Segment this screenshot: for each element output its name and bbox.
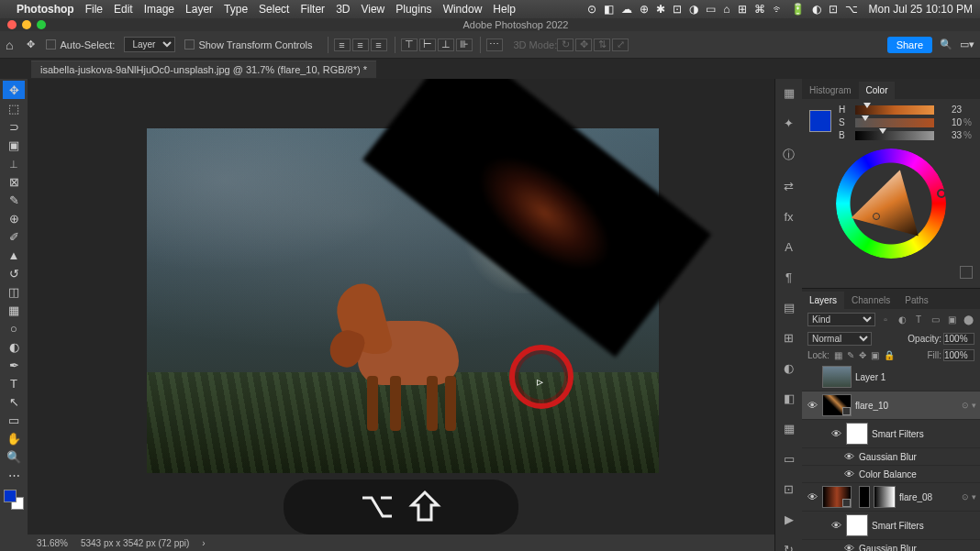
auto-select-dropdown[interactable]: Layer [124, 37, 175, 52]
home-icon[interactable]: ⌂ [6, 38, 13, 52]
history-brush-tool[interactable]: ↺ [3, 264, 25, 282]
blend-mode-dropdown[interactable]: Normal [807, 332, 872, 346]
document-tab[interactable]: isabella-juskova-9aNlHjuOc0-unsplash.jpg… [31, 61, 376, 78]
wifi-icon[interactable]: ᯤ [773, 3, 784, 16]
align-right-button[interactable]: ≡ [371, 39, 387, 51]
visibility-toggle[interactable]: 👁 [842, 543, 855, 551]
lasso-tool[interactable]: ⊃ [3, 117, 25, 136]
filter-type-icon[interactable]: T [912, 314, 925, 325]
smart-filters-row[interactable]: 👁 Smart Filters [802, 512, 980, 540]
filter-shape-icon[interactable]: ▭ [929, 314, 941, 325]
lock-artboard-icon[interactable]: ▣ [871, 350, 879, 360]
filter-smart-icon[interactable]: ▣ [945, 314, 958, 325]
tab-histogram[interactable]: Histogram [802, 82, 859, 99]
healing-tool[interactable]: ⊕ [3, 209, 25, 227]
zoom-readout[interactable]: 31.68% [37, 538, 68, 548]
brush-tool[interactable]: ✐ [3, 227, 25, 246]
panel-icon[interactable]: ▦ [781, 86, 797, 100]
visibility-toggle[interactable]: 👁 [830, 428, 842, 439]
hue-value[interactable]: 23 [940, 105, 962, 115]
type-tool[interactable]: T [3, 374, 25, 392]
align-top-button[interactable]: ⊤ [401, 39, 418, 51]
layer-row[interactable]: 👁 flare_08 ⊙ ▾ [802, 483, 980, 512]
panel-icon[interactable]: ⊞ [781, 331, 797, 345]
lock-pos-icon[interactable]: ✥ [859, 350, 866, 360]
tab-paths[interactable]: Paths [897, 292, 936, 309]
filter-row[interactable]: 👁 Color Balance [802, 466, 980, 483]
layer-mask-thumb[interactable] [874, 486, 896, 508]
visibility-toggle[interactable]: 👁 [842, 451, 855, 462]
layer-name[interactable]: Gaussian Blur [859, 452, 976, 462]
sat-slider[interactable] [855, 118, 934, 127]
document-canvas[interactable]: ▹ [147, 128, 659, 473]
layer-list[interactable]: Layer 1 👁 flare_10 ⊙ ▾ 👁 Smart Filters 👁… [802, 363, 980, 551]
dimensions-readout[interactable]: 5343 px x 3542 px (72 ppi) [81, 538, 189, 548]
align-bottom-button[interactable]: ⊥ [438, 39, 454, 51]
status-icon[interactable]: ✱ [656, 3, 665, 16]
status-icon[interactable]: ⊡ [673, 3, 682, 16]
align-center-v-button[interactable]: ⊢ [419, 39, 436, 51]
smart-filters-row[interactable]: 👁 Smart Filters [802, 420, 980, 448]
opacity-input[interactable] [943, 333, 974, 345]
color-panel-swatch[interactable] [809, 110, 831, 132]
tab-layers[interactable]: Layers [802, 292, 844, 309]
show-transform-checkbox[interactable]: Show Transform Controls [184, 39, 312, 50]
canvas-area[interactable]: ▹ 31.68% 5343 px x 3542 px (72 ppi) › [28, 79, 774, 551]
layer-name[interactable]: Color Balance [859, 469, 976, 479]
menu-window[interactable]: Window [443, 3, 483, 16]
status-icon[interactable]: ◐ [812, 3, 821, 16]
app-name[interactable]: Photoshop [17, 3, 74, 16]
panel-icon[interactable]: A [781, 240, 797, 254]
menubar-clock[interactable]: Mon Jul 25 10:10 PM [869, 3, 973, 16]
status-icon[interactable]: ⌘ [754, 3, 765, 16]
filter-row[interactable]: 👁 Gaussian Blur [802, 540, 980, 551]
menu-file[interactable]: File [85, 3, 103, 16]
blur-tool[interactable]: ○ [3, 319, 25, 337]
menu-select[interactable]: Select [259, 3, 289, 16]
status-icon[interactable]: ◑ [689, 3, 698, 16]
menu-layer[interactable]: Layer [185, 3, 213, 16]
status-icon[interactable]: ⊞ [738, 3, 747, 16]
status-icon[interactable]: ⊡ [829, 3, 838, 16]
layer-thumb[interactable] [822, 394, 852, 416]
menu-help[interactable]: Help [493, 3, 516, 16]
visibility-toggle[interactable]: 👁 [806, 491, 819, 502]
auto-select-checkbox[interactable]: Auto-Select: [46, 39, 115, 50]
visibility-toggle[interactable]: 👁 [842, 468, 855, 479]
filter-mask-thumb[interactable] [846, 423, 868, 445]
object-select-tool[interactable]: ▣ [3, 136, 25, 154]
marquee-tool[interactable]: ⬚ [3, 99, 25, 117]
shape-tool[interactable]: ▭ [3, 411, 25, 429]
layer-row[interactable]: 👁 flare_10 ⊙ ▾ [802, 391, 980, 420]
more-align-button[interactable]: ⋯ [486, 39, 503, 51]
link-icon[interactable]: ⊙ ▾ [962, 401, 976, 410]
bri-value[interactable]: 33 [940, 130, 962, 140]
workspace-switcher-icon[interactable]: ▭▾ [960, 39, 974, 50]
layer-name[interactable]: flare_08 [899, 492, 960, 502]
eraser-tool[interactable]: ◫ [3, 282, 25, 301]
dodge-tool[interactable]: ◐ [3, 337, 25, 356]
lock-paint-icon[interactable]: ✎ [847, 350, 854, 360]
panel-icon[interactable]: ▤ [781, 301, 797, 314]
status-icon[interactable]: ⊕ [640, 3, 649, 16]
crop-tool[interactable]: ⟂ [3, 154, 25, 172]
status-icon[interactable]: ▭ [706, 3, 716, 16]
minimize-window-button[interactable] [22, 20, 31, 29]
maximize-window-button[interactable] [37, 20, 46, 29]
tab-color[interactable]: Color [859, 82, 896, 99]
menu-plugins[interactable]: Plugins [395, 3, 431, 16]
layer-row[interactable]: Layer 1 [802, 363, 980, 391]
menu-filter[interactable]: Filter [300, 3, 325, 16]
panel-icon[interactable]: ¶ [781, 270, 797, 284]
lock-trans-icon[interactable]: ▦ [834, 350, 842, 360]
bri-slider[interactable] [855, 131, 934, 140]
move-tool[interactable]: ✥ [3, 81, 25, 99]
path-tool[interactable]: ↖ [3, 392, 25, 411]
menu-view[interactable]: View [361, 3, 384, 16]
layer-name[interactable]: Gaussian Blur [859, 544, 976, 552]
layer-thumb[interactable] [822, 486, 852, 508]
panel-icon[interactable]: ▶ [781, 512, 797, 526]
gradient-tool[interactable]: ▦ [3, 301, 25, 319]
layer-filter-kind[interactable]: Kind [807, 313, 875, 326]
eyedropper-tool[interactable]: ✎ [3, 191, 25, 209]
